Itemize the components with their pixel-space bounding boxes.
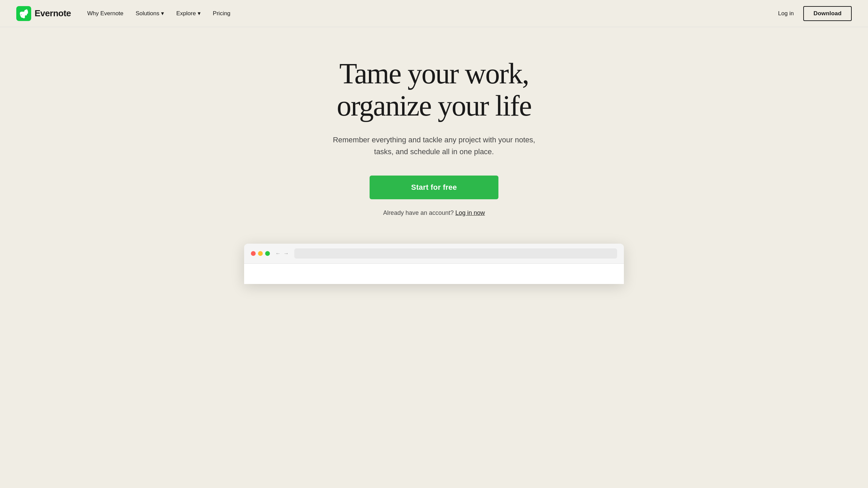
logo[interactable]: Evernote bbox=[16, 6, 71, 21]
download-button[interactable]: Download bbox=[803, 6, 852, 21]
browser-minimize-dot[interactable] bbox=[258, 251, 263, 256]
nav-item-solutions[interactable]: Solutions ▾ bbox=[136, 10, 164, 17]
hero-subtitle: Remember everything and tackle any proje… bbox=[326, 134, 542, 158]
browser-close-dot[interactable] bbox=[251, 251, 256, 256]
browser-address-bar[interactable] bbox=[294, 248, 617, 259]
nav-links: Why Evernote Solutions ▾ Explore ▾ Prici… bbox=[87, 10, 230, 17]
nav-item-explore[interactable]: Explore ▾ bbox=[176, 10, 201, 17]
browser-toolbar: ← → bbox=[244, 244, 624, 264]
solutions-chevron-icon: ▾ bbox=[161, 10, 164, 17]
nav-item-why-evernote[interactable]: Why Evernote bbox=[87, 10, 123, 17]
hero-title: Tame your work, organize your life bbox=[337, 58, 531, 122]
nav-left: Evernote Why Evernote Solutions ▾ Explor… bbox=[16, 6, 231, 21]
browser-maximize-dot[interactable] bbox=[265, 251, 270, 256]
already-account-text: Already have an account? Log in now bbox=[383, 209, 485, 217]
login-now-link[interactable]: Log in now bbox=[455, 209, 485, 216]
logo-text: Evernote bbox=[35, 8, 71, 19]
login-link[interactable]: Log in bbox=[778, 10, 794, 17]
browser-nav-buttons: ← → bbox=[275, 250, 289, 257]
browser-window-controls bbox=[251, 251, 270, 256]
start-for-free-button[interactable]: Start for free bbox=[370, 176, 498, 199]
browser-back-icon[interactable]: ← bbox=[275, 250, 281, 257]
hero-section: Tame your work, organize your life Remem… bbox=[0, 27, 868, 304]
main-navigation: Evernote Why Evernote Solutions ▾ Explor… bbox=[0, 0, 868, 27]
browser-mockup: ← → bbox=[244, 244, 624, 284]
nav-right: Log in Download bbox=[778, 6, 852, 21]
explore-chevron-icon: ▾ bbox=[198, 10, 201, 17]
browser-content bbox=[244, 264, 624, 284]
browser-forward-icon[interactable]: → bbox=[283, 250, 289, 257]
nav-item-pricing[interactable]: Pricing bbox=[213, 10, 231, 17]
evernote-logo-icon bbox=[16, 6, 31, 21]
browser-mockup-wrapper: ← → bbox=[14, 244, 854, 284]
